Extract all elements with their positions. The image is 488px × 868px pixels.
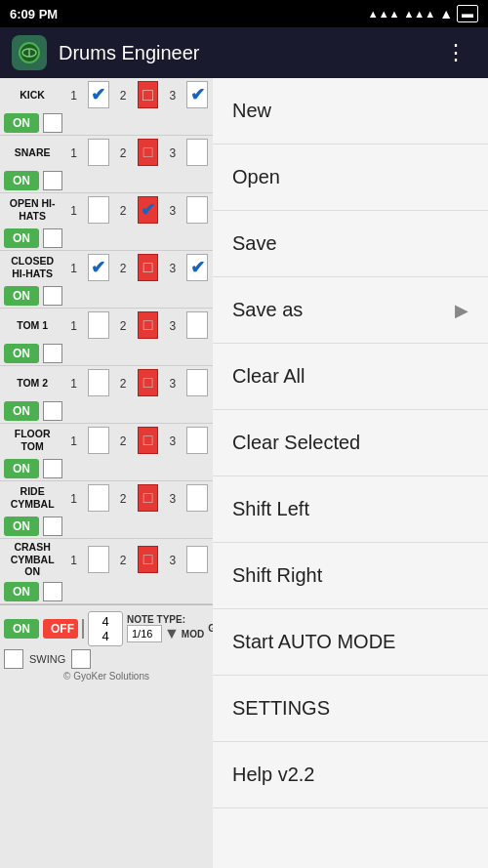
btn-on-chh[interactable]: ON xyxy=(4,286,39,306)
menu-item-clear-all[interactable]: Clear All xyxy=(213,344,488,410)
beat-cell-ft-1[interactable] xyxy=(88,427,109,454)
beat-cell-cc-2[interactable]: □ xyxy=(138,546,159,573)
beat-cell-chh-2[interactable]: □ xyxy=(138,254,159,281)
beat-cell-tom1-2[interactable]: □ xyxy=(138,311,159,339)
btn-on-tom2[interactable]: ON xyxy=(4,401,39,421)
menu-item-open[interactable]: Open xyxy=(213,145,488,211)
bottom-controls: ON OFF 44 NOTE TYPE: 1/16 ▼ MOD GROO SWI… xyxy=(0,604,213,687)
swing-label: SWING xyxy=(29,653,65,665)
menu-item-save[interactable]: Save xyxy=(213,211,488,277)
beat-cell-tom2-2[interactable]: □ xyxy=(138,369,159,396)
checkbox-ohh[interactable] xyxy=(43,228,62,248)
beat-cell-snare-1[interactable] xyxy=(88,139,109,166)
checkbox-global[interactable] xyxy=(82,619,84,639)
btn-on-global[interactable]: ON xyxy=(4,619,39,639)
checkbox-chh[interactable] xyxy=(43,286,62,306)
menu-item-settings[interactable]: SETTINGS xyxy=(213,676,488,742)
note-section: NOTE TYPE: 1/16 ▼ MOD xyxy=(127,614,204,642)
swing-checkbox2[interactable] xyxy=(71,649,91,669)
menu-item-new[interactable]: New xyxy=(213,78,488,145)
beat-num-tom1-2: 2 xyxy=(112,317,135,333)
checkbox-tom1[interactable] xyxy=(43,344,62,363)
track-name-floor-tom: FLOOR TOM xyxy=(4,428,61,452)
beat-num-ft-1: 1 xyxy=(62,433,85,448)
track-tom1: TOM 1 1 2 □ 3 ON xyxy=(0,309,213,366)
beat-num-snare-2: 2 xyxy=(112,145,135,160)
btn-on-ohh[interactable]: ON xyxy=(4,228,39,248)
beat-cell-kick-1[interactable]: ✔ xyxy=(88,81,109,108)
note-arrow-icon: ▼ xyxy=(164,625,180,642)
menu-label-shift-left: Shift Left xyxy=(232,498,468,520)
beat-cell-ohh-1[interactable] xyxy=(88,196,109,224)
track-controls-chh: ON xyxy=(0,284,213,308)
beat-cell-rc-1[interactable] xyxy=(88,484,109,512)
signal-icon-2: ▲▲▲ xyxy=(403,8,435,20)
note-value[interactable]: 1/16 xyxy=(127,625,162,642)
beat-cell-ft-2[interactable]: □ xyxy=(138,427,159,454)
swing-checkbox[interactable] xyxy=(4,649,23,669)
menu-label-open: Open xyxy=(232,166,468,188)
beat-cell-ohh-2[interactable]: ✔ xyxy=(138,196,159,224)
btn-on-cc[interactable]: ON xyxy=(4,582,39,601)
beat-num-chh-2: 2 xyxy=(112,260,135,275)
menu-item-save-as[interactable]: Save as ▶ xyxy=(213,277,488,344)
menu-label-shift-right: Shift Right xyxy=(232,564,468,587)
time-signature[interactable]: 44 xyxy=(88,611,123,646)
app-title: Drums Engineer xyxy=(59,42,426,64)
menu-label-save-as: Save as xyxy=(232,299,455,321)
track-name-closed-hihats: CLOSED HI-HATS xyxy=(4,255,61,279)
beat-num-snare-3: 3 xyxy=(161,145,183,160)
track-name-tom1: TOM 1 xyxy=(4,319,61,332)
beat-num-tom1-1: 1 xyxy=(62,317,85,333)
beat-num-tom1-3: 3 xyxy=(161,317,183,333)
track-controls-kick: ON xyxy=(0,111,213,135)
btn-on-ft[interactable]: ON xyxy=(4,459,39,478)
menu-item-clear-selected[interactable]: Clear Selected xyxy=(213,410,488,476)
beat-cell-cc-1[interactable] xyxy=(88,546,109,573)
checkbox-tom2[interactable] xyxy=(43,401,62,421)
track-name-kick: KICK xyxy=(4,89,61,102)
track-controls-tom2: ON xyxy=(0,399,213,423)
menu-label-new: New xyxy=(232,100,468,122)
beat-cell-chh-3[interactable]: ✔ xyxy=(186,254,208,281)
menu-label-save: Save xyxy=(232,232,468,255)
main-content: KICK 1 ✔ 2 □ 3 ✔ ON SNARE 1 2 □ 3 xyxy=(0,78,488,868)
beat-cell-kick-2[interactable]: □ xyxy=(138,81,159,108)
beat-cell-cc-3[interactable] xyxy=(186,546,208,573)
menu-item-auto-mode[interactable]: Start AUTO MODE xyxy=(213,609,488,676)
menu-item-shift-left[interactable]: Shift Left xyxy=(213,476,488,543)
menu-item-shift-right[interactable]: Shift Right xyxy=(213,543,488,609)
status-icons: ▲▲▲ ▲▲▲ ▲ ▬ xyxy=(368,5,478,22)
checkbox-ft[interactable] xyxy=(43,459,62,478)
beat-cell-tom1-3[interactable] xyxy=(186,311,208,339)
beat-cell-tom2-1[interactable] xyxy=(88,369,109,396)
beat-cell-snare-3[interactable] xyxy=(186,139,208,166)
checkbox-snare[interactable] xyxy=(43,171,62,190)
track-controls-ohh: ON xyxy=(0,227,213,250)
track-controls-rc: ON xyxy=(0,515,213,538)
beat-cell-rc-3[interactable] xyxy=(186,484,208,512)
btn-on-tom1[interactable]: ON xyxy=(4,344,39,363)
beat-cell-tom2-3[interactable] xyxy=(186,369,208,396)
beat-num-cc-1: 1 xyxy=(62,552,85,567)
checkbox-rc[interactable] xyxy=(43,517,62,536)
beat-cell-ft-3[interactable] xyxy=(186,427,208,454)
more-options-button[interactable]: ⋮ xyxy=(437,36,476,69)
btn-on-kick[interactable]: ON xyxy=(4,113,39,133)
btn-on-rc[interactable]: ON xyxy=(4,517,39,536)
track-name-crash-cymbal: CRASH CYMBAL ON xyxy=(4,541,61,578)
beat-cell-kick-3[interactable]: ✔ xyxy=(186,81,208,108)
beat-cell-tom1-1[interactable] xyxy=(88,311,109,339)
beat-cell-snare-2[interactable]: □ xyxy=(138,139,159,166)
btn-off-global[interactable]: OFF xyxy=(43,619,78,639)
checkbox-kick[interactable] xyxy=(43,113,62,133)
beat-cell-chh-1[interactable]: ✔ xyxy=(88,254,109,281)
beat-num-snare-1: 1 xyxy=(62,145,85,160)
beat-num-chh-3: 3 xyxy=(161,260,183,275)
checkbox-cc[interactable] xyxy=(43,582,62,601)
drum-grid: KICK 1 ✔ 2 □ 3 ✔ ON SNARE 1 2 □ 3 xyxy=(0,78,213,868)
menu-item-help[interactable]: Help v2.2 xyxy=(213,742,488,808)
beat-cell-rc-2[interactable]: □ xyxy=(138,484,159,512)
beat-cell-ohh-3[interactable] xyxy=(186,196,208,224)
btn-on-snare[interactable]: ON xyxy=(4,171,39,190)
